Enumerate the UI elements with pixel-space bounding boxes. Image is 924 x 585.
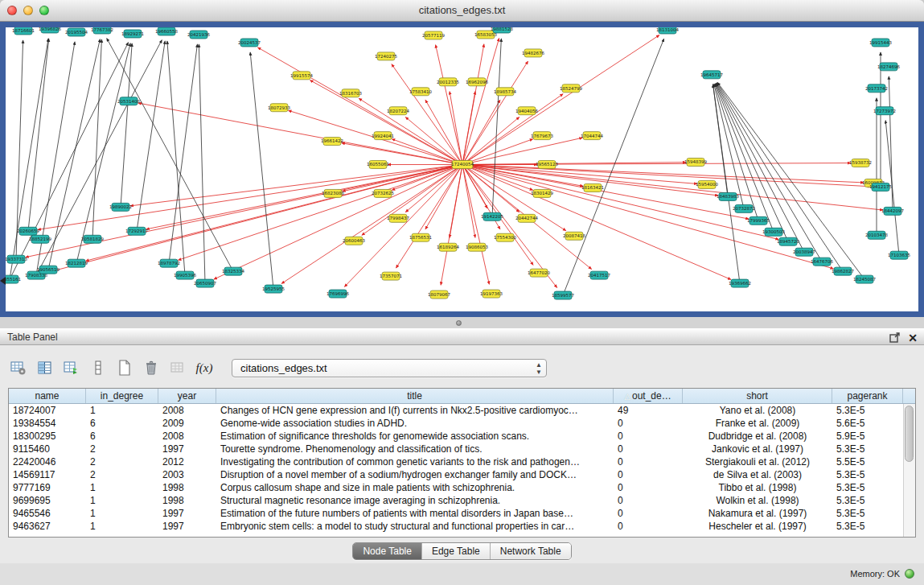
citation-edge-red[interactable]: [86, 165, 462, 262]
graph-node[interactable]: 19905396: [174, 271, 196, 279]
graph-node[interactable]: 20024537: [238, 39, 261, 47]
graph-node[interactable]: 20195504: [65, 28, 88, 36]
graph-node[interactable]: 20577119: [422, 31, 445, 39]
citation-network-graph[interactable]: 1724005419565123183014292044274417554300…: [6, 27, 918, 311]
table-row[interactable]: 911546021997Tourette syndrome. Phenomeno…: [9, 443, 915, 455]
graph-node[interactable]: 17240275: [375, 52, 397, 60]
network-canvas[interactable]: 1724005419565123183014292044274417554300…: [6, 27, 918, 311]
delete-table-icon[interactable]: [141, 358, 162, 377]
graph-node[interactable]: 18274696: [877, 63, 900, 71]
graph-node[interactable]: 15954000: [696, 180, 718, 188]
graph-node[interactable]: 18716601: [12, 27, 35, 35]
graph-node[interactable]: 19404056: [515, 107, 538, 115]
graph-node[interactable]: 16477020: [528, 269, 550, 277]
new-table-icon[interactable]: [114, 358, 135, 377]
zoom-window-icon[interactable]: [39, 6, 49, 15]
graph-node[interactable]: 18301429: [531, 189, 553, 197]
table-row[interactable]: 1872400712008Changes of HCN gene express…: [9, 404, 915, 417]
detach-panel-icon[interactable]: [889, 332, 900, 343]
graph-node[interactable]: 19881528: [491, 27, 513, 33]
graph-node[interactable]: 18325334: [222, 267, 244, 275]
graph-node[interactable]: 19086053: [466, 243, 488, 251]
column-header-title[interactable]: title: [216, 389, 614, 403]
table-row[interactable]: 969969511998Structural magnetic resonanc…: [9, 494, 915, 507]
graph-node[interactable]: 19915443: [869, 39, 892, 47]
citation-edge-black[interactable]: [563, 39, 664, 295]
graph-node[interactable]: 19482676: [522, 49, 544, 57]
function-builder-icon[interactable]: f(x): [194, 358, 215, 377]
graph-node[interactable]: 20417517: [588, 271, 610, 279]
graph-node[interactable]: 19142205: [481, 212, 503, 220]
graph-node[interactable]: 20600463: [343, 237, 365, 245]
graph-node[interactable]: 19660558: [155, 27, 178, 35]
graph-node[interactable]: 16962096: [466, 78, 488, 86]
graph-node[interactable]: 17696996: [326, 290, 349, 298]
citation-edge-red[interactable]: [462, 165, 864, 183]
citation-edge-black[interactable]: [889, 76, 893, 212]
citation-edge-red[interactable]: [462, 165, 778, 240]
graph-node[interactable]: 18212819: [65, 259, 88, 267]
graph-node[interactable]: 19412175: [869, 183, 892, 191]
minimize-window-icon[interactable]: [23, 6, 33, 15]
tab-node-table[interactable]: Node Table: [353, 543, 421, 559]
table-row[interactable]: 1938455462009Genome-wide association stu…: [9, 417, 915, 430]
vertical-scrollbar[interactable]: [903, 404, 915, 537]
graph-node[interactable]: 20421936: [187, 31, 210, 39]
citation-edge-black[interactable]: [137, 41, 165, 231]
graph-node[interactable]: 18131004: [656, 27, 679, 34]
tab-edge-table[interactable]: Edge Table: [421, 543, 490, 559]
graph-node[interactable]: 20173742: [865, 84, 888, 93]
graph-node[interactable]: 16055061: [367, 161, 389, 169]
graph-node[interactable]: 18483983: [717, 192, 739, 200]
table-row[interactable]: 1456911722003Disruption of a novel membe…: [9, 468, 915, 481]
graph-node[interactable]: 16476706: [811, 257, 833, 266]
citation-edge-black[interactable]: [169, 44, 197, 263]
graph-node[interactable]: 15948399: [684, 159, 707, 167]
graph-node[interactable]: 19661422: [321, 138, 343, 146]
table-row[interactable]: 946362711997Embryonic stem cells: a mode…: [9, 520, 915, 533]
table-row[interactable]: 1830029562008Estimation of significance …: [9, 430, 915, 443]
citation-edge-red[interactable]: [462, 38, 499, 164]
import-table-disabled-icon[interactable]: [167, 358, 188, 377]
graph-node[interactable]: 18756531: [409, 233, 432, 241]
graph-node[interactable]: 19525955: [262, 285, 285, 293]
graph-node[interactable]: 17767382: [91, 27, 113, 34]
citation-edge-red[interactable]: [281, 165, 462, 284]
graph-node[interactable]: 16055161: [6, 275, 21, 283]
row-options-icon[interactable]: [88, 358, 109, 377]
graph-node[interactable]: 18442097: [881, 207, 904, 215]
citation-edge-red[interactable]: [462, 35, 659, 165]
table-row[interactable]: 946554611997Estimation of the future num…: [9, 507, 915, 520]
graph-node[interactable]: 18978792: [158, 259, 180, 267]
table-row[interactable]: 977716911998Corpus callosum shape and si…: [9, 481, 915, 494]
show-columns-icon[interactable]: [35, 358, 55, 377]
column-header-pagerank[interactable]: pagerank: [832, 389, 903, 403]
graph-node[interactable]: 19396826: [39, 27, 61, 33]
graph-node[interactable]: 20103478: [865, 231, 888, 239]
graph-node[interactable]: 19862827: [832, 267, 854, 275]
graph-node[interactable]: 16823088: [322, 189, 344, 197]
citation-edge-red[interactable]: [310, 80, 462, 165]
horizontal-splitter[interactable]: [0, 317, 924, 328]
citation-edge-red[interactable]: [392, 139, 462, 165]
graph-node[interactable]: 15938732: [849, 159, 872, 167]
graph-node[interactable]: 19369662: [729, 279, 751, 287]
graph-node[interactable]: 19197363: [480, 290, 503, 298]
graph-node[interactable]: 19915574: [290, 72, 313, 80]
citation-edge-black[interactable]: [492, 39, 501, 216]
scrollbar-thumb[interactable]: [905, 406, 914, 462]
graph-node[interactable]: 19924041: [372, 132, 394, 140]
graph-node[interactable]: 18929271: [121, 30, 144, 38]
graph-node[interactable]: 20581829: [81, 235, 104, 243]
graph-node[interactable]: 18316703: [339, 89, 362, 97]
citation-edge-red[interactable]: [462, 94, 563, 165]
graph-node[interactable]: 17554300: [494, 233, 516, 241]
graph-node[interactable]: 18985734: [494, 88, 516, 96]
graph-node[interactable]: 18599577: [552, 291, 574, 299]
graph-node[interactable]: 19337313: [6, 255, 27, 263]
citation-edge-red[interactable]: [462, 139, 533, 165]
column-header-short[interactable]: short: [683, 389, 832, 403]
citation-edge-black[interactable]: [76, 43, 130, 264]
graph-node[interactable]: 18079067: [428, 290, 450, 299]
graph-node[interactable]: 17292917: [125, 227, 148, 235]
